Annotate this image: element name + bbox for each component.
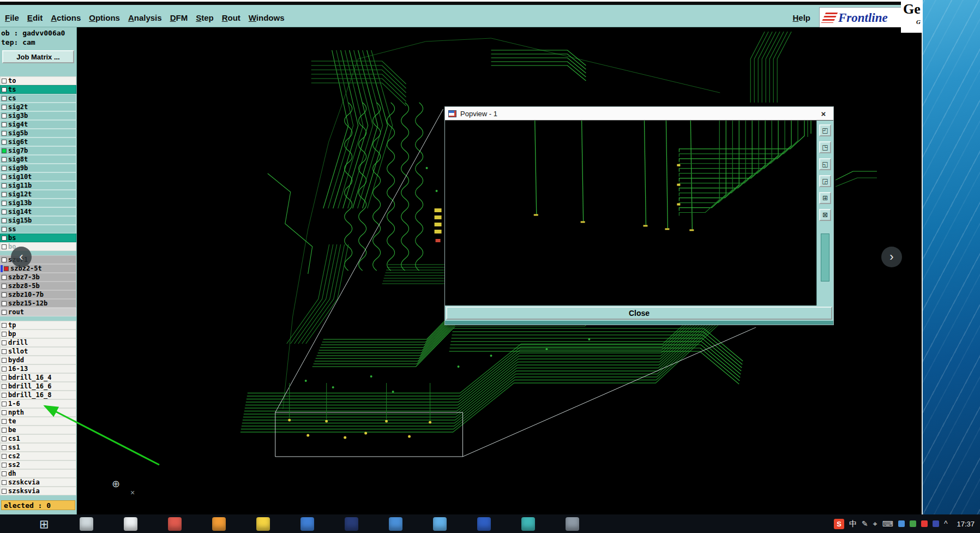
layer-checkbox[interactable] bbox=[2, 332, 7, 337]
taskbar-app-icon[interactable] bbox=[124, 517, 137, 531]
layer-row-sig6t[interactable]: sig6t bbox=[0, 137, 76, 146]
layer-checkbox[interactable] bbox=[2, 105, 7, 110]
start-button[interactable]: ⊞ bbox=[39, 518, 49, 530]
mic-icon[interactable]: ⌖ bbox=[873, 520, 877, 528]
taskbar-app-icon[interactable] bbox=[477, 517, 491, 531]
layer-checkbox[interactable] bbox=[2, 367, 7, 372]
layer-row-to[interactable]: to bbox=[0, 76, 76, 85]
layer-row-npth[interactable]: npth bbox=[0, 408, 76, 417]
layer-checkbox[interactable] bbox=[2, 340, 7, 345]
layer-checkbox[interactable] bbox=[2, 257, 7, 262]
prev-arrow-button[interactable]: ‹ bbox=[11, 247, 32, 267]
layer-checkbox[interactable] bbox=[2, 218, 7, 223]
taskbar-app-icon[interactable] bbox=[566, 517, 579, 531]
layer-checkbox[interactable] bbox=[2, 393, 7, 398]
layer-row-szbz10-7b[interactable]: szbz10-7b bbox=[0, 290, 76, 299]
popview-tool-icon[interactable]: ⊞ bbox=[819, 192, 831, 204]
layer-row-dh[interactable]: dh bbox=[0, 469, 76, 478]
layer-checkbox[interactable] bbox=[2, 454, 7, 459]
layer-row-szskcvia[interactable]: szskcvia bbox=[0, 478, 76, 487]
layer-row-sig3b[interactable]: sig3b bbox=[0, 111, 76, 120]
taskbar-app-icon[interactable] bbox=[80, 517, 93, 531]
layer-checkbox[interactable] bbox=[2, 301, 7, 306]
layer-checkbox[interactable] bbox=[2, 419, 7, 424]
layer-row-drill[interactable]: drill bbox=[0, 338, 76, 347]
taskbar-clock[interactable]: 17:37 bbox=[957, 520, 975, 528]
layer-row-ts[interactable]: ts bbox=[0, 85, 76, 94]
layer-checkbox[interactable] bbox=[2, 201, 7, 206]
layer-row-cs2[interactable]: cs2 bbox=[0, 452, 76, 460]
layer-checkbox[interactable] bbox=[2, 489, 7, 494]
layer-checkbox[interactable] bbox=[2, 79, 7, 83]
popview-tool-icon[interactable]: ◲ bbox=[819, 175, 831, 187]
menu-rout[interactable]: Rout bbox=[222, 13, 241, 22]
keyboard-icon[interactable]: ⌨ bbox=[882, 520, 893, 528]
menu-help[interactable]: Help bbox=[792, 13, 810, 22]
layer-checkbox[interactable] bbox=[2, 209, 7, 214]
sogou-input-icon[interactable]: S bbox=[834, 519, 844, 529]
layer-checkbox[interactable] bbox=[2, 148, 7, 153]
layer-row-szsksvia[interactable]: szsksvia bbox=[0, 487, 76, 495]
taskbar-app-icon[interactable] bbox=[300, 517, 314, 531]
menu-dfm[interactable]: DFM bbox=[170, 13, 188, 22]
job-matrix-button[interactable]: Job Matrix ... bbox=[2, 50, 74, 63]
tray-tile-icon[interactable] bbox=[921, 520, 928, 527]
tray-tile-icon[interactable] bbox=[933, 520, 939, 527]
pen-icon[interactable]: ✎ bbox=[862, 520, 868, 528]
layer-row-szbz7-3b[interactable]: szbz7-3b bbox=[0, 273, 76, 282]
layer-checkbox[interactable] bbox=[4, 266, 9, 271]
layer-row-te[interactable]: te bbox=[0, 417, 76, 426]
layer-row-cs[interactable]: cs bbox=[0, 94, 76, 103]
layer-row-cs1[interactable]: cs1 bbox=[0, 434, 76, 443]
layer-checkbox[interactable] bbox=[2, 183, 7, 188]
layer-row-ss2[interactable]: ss2 bbox=[0, 460, 76, 469]
layer-row-szbz15-12b[interactable]: szbz15-12b bbox=[0, 299, 76, 308]
layer-checkbox[interactable] bbox=[2, 292, 7, 297]
layer-checkbox[interactable] bbox=[2, 349, 7, 354]
layer-checkbox[interactable] bbox=[2, 175, 7, 179]
layer-row-ss[interactable]: ss bbox=[0, 225, 76, 233]
popview-tool-icon[interactable]: ◰ bbox=[819, 124, 831, 136]
layer-checkbox[interactable] bbox=[2, 113, 7, 118]
layer-row-16-13[interactable]: 16-13 bbox=[0, 364, 76, 373]
taskbar-app-icon[interactable] bbox=[345, 517, 358, 531]
layer-checkbox[interactable] bbox=[2, 157, 7, 162]
menu-edit[interactable]: Edit bbox=[27, 13, 43, 22]
layer-row-sig12t[interactable]: sig12t bbox=[0, 190, 76, 199]
layer-checkbox[interactable] bbox=[2, 87, 7, 92]
menu-options[interactable]: Options bbox=[89, 13, 120, 22]
layer-row-ss1[interactable]: ss1 bbox=[0, 443, 76, 452]
layer-row-bdrill_16_4[interactable]: bdrill_16_4 bbox=[0, 373, 76, 382]
cad-canvas[interactable]: ⊕ × Popview - 1 × ◰◳◱◲⊞⊠ Clos bbox=[77, 27, 922, 514]
layer-checkbox[interactable] bbox=[2, 140, 7, 145]
menu-file[interactable]: File bbox=[5, 13, 19, 22]
layer-checkbox[interactable] bbox=[2, 166, 7, 171]
popview-content[interactable] bbox=[445, 121, 817, 306]
layer-row-sllot[interactable]: sllot bbox=[0, 347, 76, 356]
popview-titlebar[interactable]: Popview - 1 × bbox=[445, 107, 833, 121]
popview-scrollbar[interactable] bbox=[821, 233, 829, 282]
taskbar-app-icon[interactable] bbox=[256, 517, 270, 531]
layer-checkbox[interactable] bbox=[2, 428, 7, 433]
taskbar-app-icon[interactable] bbox=[212, 517, 226, 531]
layer-row-tp[interactable]: tp bbox=[0, 321, 76, 330]
layer-checkbox[interactable] bbox=[2, 131, 7, 136]
layer-row-sig11b[interactable]: sig11b bbox=[0, 181, 76, 190]
menu-windows[interactable]: Windows bbox=[249, 13, 285, 22]
taskbar-app-icon[interactable] bbox=[521, 517, 535, 531]
layer-row-szbz2-5t[interactable]: szbz2-5t bbox=[0, 264, 76, 273]
layer-row-bdrill_16_8[interactable]: bdrill_16_8 bbox=[0, 391, 76, 399]
popview-close-x-icon[interactable]: × bbox=[817, 109, 830, 118]
layer-row-bs[interactable]: bs bbox=[0, 233, 76, 242]
layer-checkbox[interactable] bbox=[2, 275, 7, 280]
layer-row-bp[interactable]: bp bbox=[0, 330, 76, 338]
tray-tile-icon[interactable] bbox=[910, 520, 916, 527]
layer-row-sig2t[interactable]: sig2t bbox=[0, 103, 76, 111]
layer-row-sig14t[interactable]: sig14t bbox=[0, 207, 76, 216]
layer-checkbox[interactable] bbox=[2, 244, 7, 249]
popview-close-button[interactable]: Close bbox=[446, 307, 832, 320]
menu-step[interactable]: Step bbox=[196, 13, 214, 22]
layer-checkbox[interactable] bbox=[2, 236, 7, 241]
taskbar-app-icon[interactable] bbox=[433, 517, 447, 531]
layer-checkbox[interactable] bbox=[2, 410, 7, 415]
